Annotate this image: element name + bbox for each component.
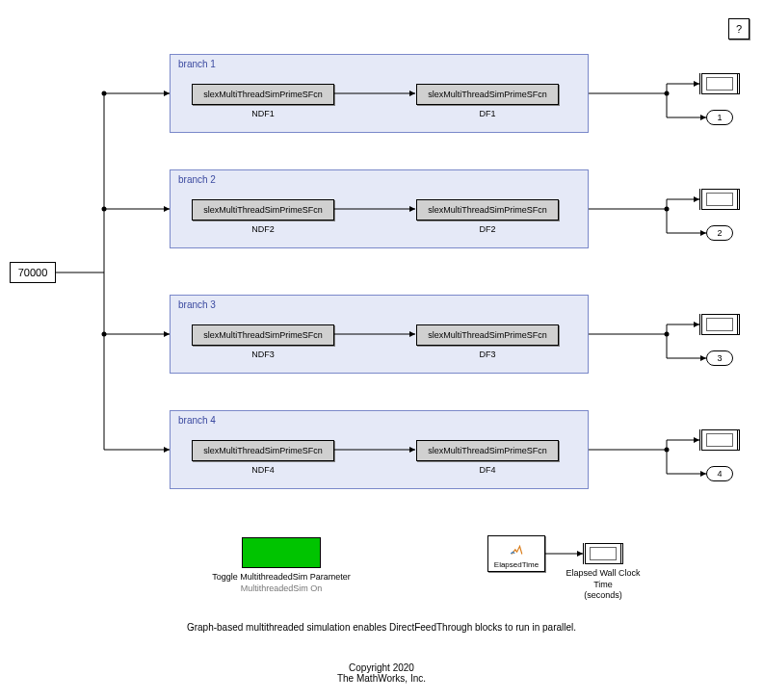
branch-title: branch 3 xyxy=(178,299,216,310)
outport-1[interactable]: 1 xyxy=(706,110,733,125)
scope-block-3[interactable] xyxy=(699,314,740,335)
elapsed-block-label: ElapsedTime xyxy=(494,560,539,569)
sfunction-block-df1[interactable]: slexMultiThreadSimPrimeSFcn xyxy=(416,84,559,105)
block-caption: DF2 xyxy=(416,224,559,234)
sfunction-block-ndf2[interactable]: slexMultiThreadSimPrimeSFcn xyxy=(192,199,334,220)
sfunction-block-df4[interactable]: slexMultiThreadSimPrimeSFcn xyxy=(416,440,559,461)
constant-block[interactable]: 70000 xyxy=(10,262,56,283)
subsystem-branch-3[interactable]: branch 3 slexMultiThreadSimPrimeSFcn NDF… xyxy=(170,295,589,374)
svg-point-33 xyxy=(665,448,670,453)
block-caption: DF1 xyxy=(416,109,559,118)
outport-2[interactable]: 2 xyxy=(706,225,733,241)
block-caption: NDF4 xyxy=(192,465,334,475)
sfunction-block-ndf3[interactable]: slexMultiThreadSimPrimeSFcn xyxy=(192,324,334,346)
elapsed-time-block[interactable]: ElapsedTime xyxy=(487,535,545,572)
sfunction-block-df3[interactable]: slexMultiThreadSimPrimeSFcn xyxy=(416,324,559,346)
branch-title: branch 2 xyxy=(178,174,216,185)
svg-point-30 xyxy=(665,91,670,96)
outport-3[interactable]: 3 xyxy=(706,350,733,366)
block-caption: DF4 xyxy=(416,465,559,475)
subsystem-branch-1[interactable]: branch 1 slexMultiThreadSimPrimeSFcn NDF… xyxy=(170,54,589,133)
subsystem-branch-4[interactable]: branch 4 slexMultiThreadSimPrimeSFcn NDF… xyxy=(170,410,589,489)
svg-point-29 xyxy=(102,332,107,337)
sfunction-block-ndf4[interactable]: slexMultiThreadSimPrimeSFcn xyxy=(192,440,334,461)
scope-block-1[interactable] xyxy=(699,73,740,94)
model-canvas: ? 70000 branch 1 slexMultiThreadSimPrime… xyxy=(0,0,763,700)
footer-copyright: Copyright 2020 The MathWorks, Inc. xyxy=(141,662,622,684)
block-caption: NDF1 xyxy=(192,109,334,118)
scope-block-2[interactable] xyxy=(699,189,740,210)
footer-description: Graph-based multithreaded simulation ena… xyxy=(141,622,622,633)
sfunction-block-ndf1[interactable]: slexMultiThreadSimPrimeSFcn xyxy=(192,84,334,105)
clock-display-block[interactable] xyxy=(583,543,623,564)
toggle-multithreaded-button[interactable] xyxy=(242,537,321,568)
branch-title: branch 4 xyxy=(178,415,216,426)
help-button[interactable]: ? xyxy=(728,18,750,39)
block-caption: NDF2 xyxy=(192,224,334,234)
svg-point-27 xyxy=(102,91,107,96)
svg-point-31 xyxy=(665,207,670,212)
matlab-icon xyxy=(510,544,523,557)
sfunction-block-df2[interactable]: slexMultiThreadSimPrimeSFcn xyxy=(416,199,559,220)
scope-block-4[interactable] xyxy=(699,429,740,451)
block-caption: DF3 xyxy=(416,350,559,359)
svg-point-28 xyxy=(102,207,107,212)
svg-point-32 xyxy=(665,332,670,337)
clock-caption: Elapsed Wall Clock Time (seconds) xyxy=(559,568,647,602)
block-caption: NDF3 xyxy=(192,350,334,359)
outport-4[interactable]: 4 xyxy=(706,466,733,481)
branch-title: branch 1 xyxy=(178,59,216,69)
subsystem-branch-2[interactable]: branch 2 slexMultiThreadSimPrimeSFcn NDF… xyxy=(170,169,589,248)
toggle-caption: Toggle MultithreadedSim Parameter Multit… xyxy=(195,572,368,594)
